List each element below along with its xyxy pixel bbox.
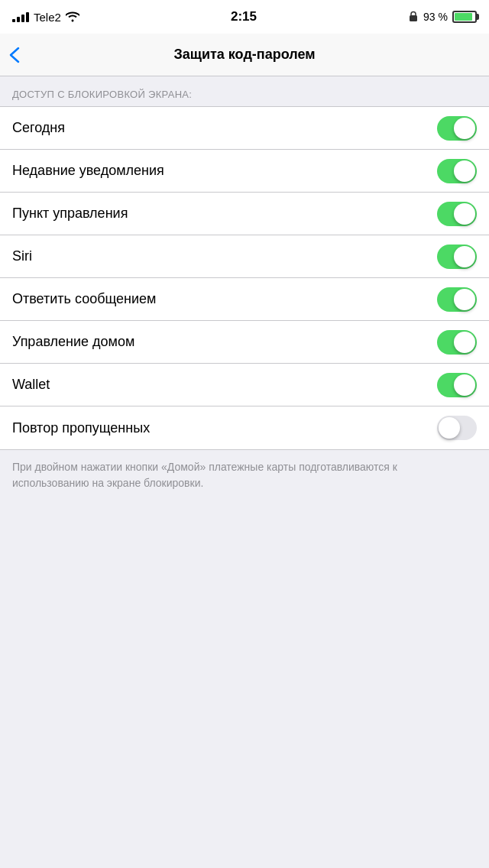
wifi-icon <box>66 11 79 22</box>
settings-row: Siri <box>0 235 489 278</box>
settings-row: Wallet <box>0 364 489 406</box>
row-label: Пункт управления <box>12 206 128 222</box>
settings-row: Управление домом <box>0 321 489 364</box>
row-label: Ответить сообщением <box>12 291 156 307</box>
battery-percentage: 93 % <box>423 11 448 23</box>
row-label: Недавние уведомления <box>12 163 164 179</box>
toggle-switch[interactable] <box>437 116 477 141</box>
toggle-switch[interactable] <box>437 416 477 440</box>
settings-row: Сегодня <box>0 107 489 150</box>
settings-row: Повтор пропущенных <box>0 406 489 449</box>
row-label: Siri <box>12 248 32 264</box>
toggle-knob <box>439 417 460 439</box>
row-label: Повтор пропущенных <box>12 420 150 436</box>
toggle-knob <box>454 246 475 267</box>
settings-row: Недавние уведомления <box>0 150 489 193</box>
toggle-switch[interactable] <box>437 245 477 269</box>
signal-icon <box>12 11 29 22</box>
row-label: Управление домом <box>12 334 134 350</box>
toggle-knob <box>454 289 475 310</box>
toggle-switch[interactable] <box>437 373 477 397</box>
settings-list: СегодняНедавние уведомленияПункт управле… <box>0 106 489 450</box>
navigation-bar: Защита код-паролем <box>0 34 489 76</box>
toggle-knob <box>454 374 475 396</box>
settings-row: Ответить сообщением <box>0 278 489 321</box>
page-title: Защита код-паролем <box>173 47 315 63</box>
svg-rect-0 <box>410 15 417 21</box>
battery-icon <box>452 11 477 23</box>
status-right: 93 % <box>408 11 477 24</box>
row-label: Wallet <box>12 377 50 393</box>
toggle-knob <box>454 118 475 139</box>
toggle-switch[interactable] <box>437 330 477 355</box>
status-time: 2:15 <box>231 9 257 24</box>
status-bar: Tele2 2:15 93 % <box>0 0 489 34</box>
toggle-switch[interactable] <box>437 202 477 226</box>
row-label: Сегодня <box>12 120 65 136</box>
status-left: Tele2 <box>12 11 79 24</box>
toggle-knob <box>454 203 475 225</box>
back-button[interactable] <box>9 47 20 63</box>
toggle-switch[interactable] <box>437 159 477 183</box>
footer-note: При двойном нажатии кнопки «Домой» плате… <box>0 450 489 504</box>
toggle-switch[interactable] <box>437 287 477 312</box>
toggle-knob <box>454 160 475 182</box>
toggle-knob <box>454 332 475 353</box>
section-header: ДОСТУП С БЛОКИРОВКОЙ ЭКРАНА: <box>0 76 489 106</box>
settings-row: Пункт управления <box>0 193 489 235</box>
carrier-name: Tele2 <box>34 11 61 24</box>
lock-icon <box>408 11 419 24</box>
